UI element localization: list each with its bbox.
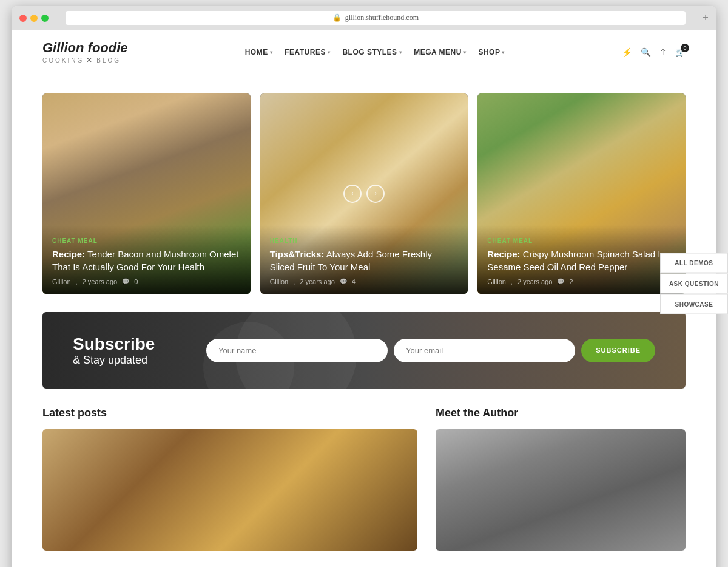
- card-1-comments: 0: [134, 278, 138, 285]
- card-2-category: HEALTH: [270, 237, 459, 244]
- mega-menu-arrow-icon: ▾: [463, 50, 467, 55]
- logo-main: Gillion foodie: [42, 40, 128, 56]
- card-3-meta: Gillion, 2 years ago 💬 2: [487, 278, 676, 285]
- lightning-icon[interactable]: ⚡: [622, 47, 632, 58]
- card-3-author: Gillion: [487, 278, 506, 285]
- card-3-overlay: CHEAT MEAL Recipe: Crispy Mushroom Spina…: [477, 225, 686, 294]
- nav-shop[interactable]: SHOP ▾: [478, 48, 505, 56]
- shop-arrow-icon: ▾: [502, 50, 505, 55]
- bottom-section: Latest posts Meet the Author: [42, 407, 686, 551]
- card-2-title: Tips&Tricks: Always Add Some Freshly Sli…: [270, 248, 459, 273]
- author-image: [436, 429, 686, 551]
- card-2-meta: Gillion, 2 years ago 💬 4: [270, 278, 459, 285]
- ask-question-button[interactable]: ASK QUESTION: [660, 274, 728, 294]
- url-text: gillion.shufflehound.com: [345, 13, 419, 22]
- traffic-lights: [19, 15, 49, 22]
- close-button[interactable]: [19, 15, 27, 22]
- card-3-title-bold: Recipe:: [487, 249, 520, 259]
- new-tab-button[interactable]: +: [703, 12, 709, 24]
- subscribe-section: Subscribe & Stay updated SUBSCRIBE: [42, 312, 686, 389]
- blog-cards: CHEAT MEAL Recipe: Tender Bacon and Mush…: [42, 93, 686, 294]
- logo-bold: foodie: [88, 40, 128, 55]
- card-2-title-bold: Tips&Tricks:: [270, 249, 325, 259]
- home-arrow-icon: ▾: [270, 50, 273, 55]
- meet-author: Meet the Author: [436, 407, 686, 551]
- prev-arrow[interactable]: ‹: [343, 185, 362, 203]
- card-1-title: Recipe: Tender Bacon and Mushroom Omelet…: [52, 248, 241, 273]
- cart-badge: 0: [681, 44, 689, 52]
- subscribe-form: SUBSCRIBE: [206, 339, 655, 362]
- blog-card-2[interactable]: ‹ › HEALTH Tips&Tricks: Always Add Some …: [260, 93, 468, 294]
- card-1-category: CHEAT MEAL: [52, 237, 241, 244]
- subscribe-heading: Subscribe & Stay updated: [73, 334, 182, 367]
- logo-sub: COOKING ✕ BLOG: [42, 56, 128, 64]
- card-2-comment-icon: 💬: [340, 278, 347, 285]
- meet-author-title: Meet the Author: [436, 407, 686, 419]
- page-content: Gillion foodie COOKING ✕ BLOG HOME ▾ FEA…: [12, 30, 716, 567]
- nav-features[interactable]: FEATURES ▾: [285, 48, 330, 56]
- subscribe-subtitle: & Stay updated: [73, 354, 182, 367]
- next-arrow[interactable]: ›: [366, 185, 385, 203]
- name-input[interactable]: [206, 339, 388, 362]
- card-3-comment-icon: 💬: [557, 278, 564, 285]
- card-1-overlay: CHEAT MEAL Recipe: Tender Bacon and Mush…: [42, 225, 251, 294]
- nav-blog-styles[interactable]: BLOG STYLES ▾: [342, 48, 402, 56]
- lock-icon: 🔒: [332, 13, 342, 22]
- maximize-button[interactable]: [41, 15, 49, 22]
- browser-chrome: 🔒 gillion.shufflehound.com +: [12, 6, 716, 30]
- nav-mega-menu[interactable]: MEGA MENU ▾: [414, 48, 466, 56]
- card-2-comments: 4: [352, 278, 356, 285]
- subscribe-button[interactable]: SUBSCRIBE: [581, 339, 655, 362]
- blog-styles-arrow-icon: ▾: [399, 50, 402, 55]
- card-3-time: 2 years ago: [517, 278, 552, 285]
- features-arrow-icon: ▾: [328, 50, 331, 55]
- main-nav: HOME ▾ FEATURES ▾ BLOG STYLES ▾ MEGA MEN…: [245, 48, 505, 56]
- card-1-comment-icon: 💬: [122, 278, 129, 285]
- card-1-title-bold: Recipe:: [52, 249, 85, 259]
- all-demos-button[interactable]: ALL DEMOS: [660, 253, 728, 273]
- card-3-category: CHEAT MEAL: [487, 237, 676, 244]
- nav-icons: ⚡ 🔍 ⇧ 🛒 0: [622, 47, 686, 58]
- blog-card-1[interactable]: CHEAT MEAL Recipe: Tender Bacon and Mush…: [42, 93, 251, 294]
- browser-window: 🔒 gillion.shufflehound.com + Gillion foo…: [12, 6, 716, 567]
- card-1-time: 2 years ago: [83, 278, 117, 285]
- card-2-nav: ‹ ›: [343, 185, 385, 203]
- search-icon[interactable]: 🔍: [641, 47, 651, 58]
- main-content: CHEAT MEAL Recipe: Tender Bacon and Mush…: [12, 75, 716, 567]
- address-bar[interactable]: 🔒 gillion.shufflehound.com: [66, 11, 686, 25]
- latest-posts: Latest posts: [42, 407, 417, 551]
- logo-name: Gillion: [42, 40, 84, 55]
- card-3-comments: 2: [569, 278, 573, 285]
- blog-card-3[interactable]: CHEAT MEAL Recipe: Crispy Mushroom Spina…: [477, 93, 686, 294]
- site-header: Gillion foodie COOKING ✕ BLOG HOME ▾ FEA…: [12, 30, 716, 75]
- card-1-meta: Gillion, 2 years ago 💬 0: [52, 278, 241, 285]
- email-input[interactable]: [394, 339, 575, 362]
- share-icon[interactable]: ⇧: [659, 47, 667, 58]
- cart-icon[interactable]: 🛒 0: [675, 47, 686, 58]
- subscribe-title: Subscribe: [73, 334, 182, 355]
- card-2-overlay: HEALTH Tips&Tricks: Always Add Some Fres…: [260, 225, 468, 294]
- card-2-time: 2 years ago: [300, 278, 334, 285]
- site-logo[interactable]: Gillion foodie COOKING ✕ BLOG: [42, 40, 128, 65]
- card-3-title: Recipe: Crispy Mushroom Spinach Salad In…: [487, 248, 676, 273]
- latest-post-image: [42, 429, 417, 551]
- card-2-author: Gillion: [270, 278, 289, 285]
- nav-home[interactable]: HOME ▾: [245, 48, 273, 56]
- latest-posts-title: Latest posts: [42, 407, 417, 419]
- side-panel: ALL DEMOS ASK QUESTION SHOWCASE: [660, 253, 728, 314]
- minimize-button[interactable]: [30, 15, 38, 22]
- cross-icon: ✕: [86, 56, 94, 64]
- showcase-button[interactable]: SHOWCASE: [660, 294, 728, 314]
- card-1-author: Gillion: [52, 278, 71, 285]
